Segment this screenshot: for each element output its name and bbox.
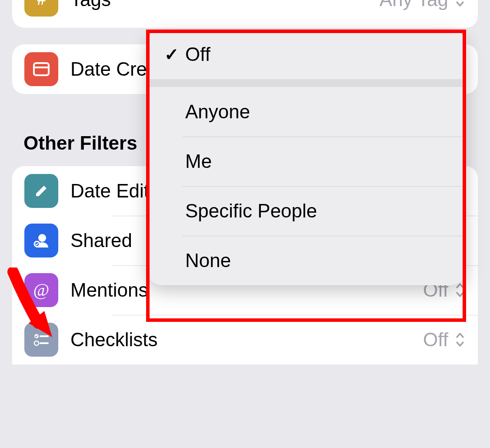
chevron-up-down-icon bbox=[454, 0, 466, 8]
popup-item-label: Specific People bbox=[185, 200, 317, 222]
check-icon: ✓ bbox=[164, 44, 183, 64]
pencil-icon bbox=[24, 174, 58, 208]
shared-person-icon bbox=[24, 224, 58, 257]
svg-text:#: # bbox=[37, 0, 46, 9]
svg-point-8 bbox=[34, 341, 39, 345]
popup-item-anyone[interactable]: Anyone bbox=[147, 79, 466, 137]
popup-item-off[interactable]: ✓ Off bbox=[147, 30, 466, 79]
at-sign-icon: @ bbox=[24, 273, 58, 307]
popup-item-specific-people[interactable]: Specific People bbox=[147, 186, 466, 236]
tags-card: # Tags Any Tag bbox=[12, 0, 478, 28]
filter-value: Off bbox=[423, 329, 448, 351]
checklist-icon bbox=[24, 323, 58, 357]
svg-text:@: @ bbox=[33, 280, 50, 299]
chevron-up-down-icon bbox=[454, 331, 466, 348]
filter-label: Checklists bbox=[70, 329, 423, 351]
popup-item-label: Anyone bbox=[185, 101, 250, 123]
filter-value: Any Tag bbox=[380, 0, 448, 10]
hash-icon: # bbox=[24, 0, 58, 17]
svg-rect-1 bbox=[34, 63, 49, 75]
calendar-icon bbox=[24, 52, 58, 86]
filter-row-tags[interactable]: # Tags Any Tag bbox=[12, 0, 478, 28]
filter-label: Tags bbox=[70, 0, 380, 10]
shared-filter-popup: ✓ Off Anyone Me Specific People None bbox=[147, 30, 466, 285]
svg-point-3 bbox=[38, 234, 46, 242]
popup-item-label: None bbox=[185, 250, 231, 271]
popup-item-me[interactable]: Me bbox=[147, 137, 466, 186]
popup-item-label: Me bbox=[185, 150, 212, 172]
popup-item-none[interactable]: None bbox=[147, 236, 466, 285]
filter-row-checklists[interactable]: Checklists Off bbox=[12, 315, 478, 364]
popup-item-label: Off bbox=[185, 43, 210, 65]
